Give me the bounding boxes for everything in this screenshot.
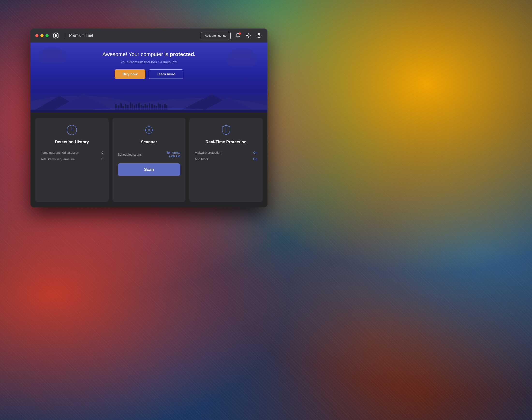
- scanner-icon: [118, 124, 180, 136]
- scanner-card[interactable]: Scanner Scheduled scans Tomorrow9:00 AM …: [112, 118, 186, 202]
- malware-protection-label: Malware protection: [195, 151, 221, 154]
- titlebar: Premium Trial Activate license: [31, 29, 267, 43]
- app-block-row: App block On: [195, 156, 257, 162]
- activate-license-button[interactable]: Activate license: [201, 32, 231, 39]
- scheduled-scans-label: Scheduled scans: [118, 153, 142, 156]
- crosshair-icon: [143, 124, 155, 136]
- maximize-button[interactable]: [46, 34, 49, 37]
- scan-button[interactable]: Scan: [118, 163, 180, 176]
- cityscape: [31, 89, 267, 113]
- scanner-title: Scanner: [118, 140, 180, 145]
- app-window: Premium Trial Activate license: [31, 29, 267, 207]
- app-block-label: App block: [195, 157, 208, 161]
- clock-icon: [65, 124, 78, 136]
- titlebar-right: Activate license: [201, 32, 263, 39]
- realtime-title: Real-Time Protection: [195, 140, 257, 145]
- malware-protection-value: On: [253, 151, 257, 154]
- logo-divider: [64, 33, 64, 38]
- app-logo: Premium Trial: [52, 32, 93, 39]
- app-title: Premium Trial: [69, 33, 93, 38]
- gear-icon: [246, 33, 251, 38]
- close-button[interactable]: [35, 34, 38, 37]
- svg-point-0: [248, 35, 249, 36]
- traffic-lights: [35, 34, 49, 37]
- cityscape-svg: [31, 89, 267, 113]
- notification-badge: [239, 32, 241, 35]
- buy-now-button[interactable]: Buy now: [115, 69, 145, 79]
- cards-section: Detection History Items quarantined last…: [31, 113, 267, 207]
- scheduled-scans-row: Scheduled scans Tomorrow9:00 AM: [118, 149, 180, 160]
- detection-history-card[interactable]: Detection History Items quarantined last…: [35, 118, 109, 202]
- minimize-button[interactable]: [40, 34, 44, 37]
- realtime-protection-card[interactable]: Real-Time Protection Malware protection …: [189, 118, 263, 202]
- malware-protection-row: Malware protection On: [195, 149, 257, 156]
- help-icon: [256, 33, 262, 38]
- help-button[interactable]: [255, 32, 263, 39]
- app-block-value: On: [253, 157, 257, 161]
- quarantine-last-scan-value: 0: [101, 151, 103, 154]
- quarantine-last-scan-row: Items quarantined last scan 0: [41, 149, 103, 156]
- scheduled-scans-value: Tomorrow9:00 AM: [166, 151, 180, 158]
- detection-history-icon: [41, 124, 103, 136]
- quarantine-last-scan-label: Items quarantined last scan: [41, 151, 79, 154]
- total-quarantine-label: Total items in quarantine: [41, 157, 75, 161]
- cloud-left-2: [43, 47, 62, 58]
- hero-banner: Awesome! Your computer is protected. You…: [31, 43, 267, 113]
- learn-more-button[interactable]: Learn more: [149, 69, 183, 79]
- app-logo-icon: [52, 32, 59, 39]
- shield-icon: [220, 124, 232, 136]
- notifications-button[interactable]: [234, 32, 241, 39]
- total-quarantine-value: 0: [101, 157, 103, 161]
- total-quarantine-row: Total items in quarantine 0: [41, 156, 103, 162]
- svg-point-2: [259, 36, 259, 37]
- svg-rect-34: [31, 110, 267, 113]
- settings-button[interactable]: [245, 32, 252, 39]
- svg-point-37: [148, 129, 150, 131]
- hero-buttons: Buy now Learn more: [35, 69, 263, 79]
- cloud-right-2: [231, 49, 253, 60]
- detection-history-title: Detection History: [41, 140, 103, 145]
- realtime-icon: [195, 124, 257, 136]
